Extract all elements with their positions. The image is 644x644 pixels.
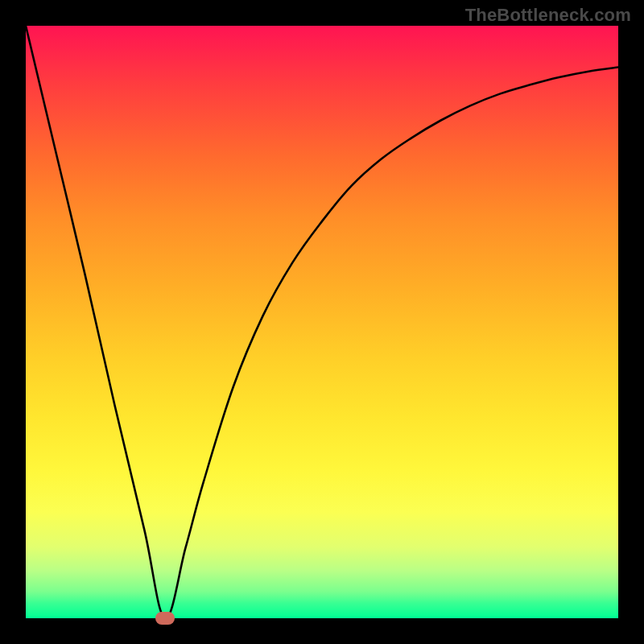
bottleneck-curve — [26, 26, 618, 618]
plot-area — [26, 26, 618, 618]
attribution-text: TheBottleneck.com — [465, 5, 631, 26]
chart-frame: TheBottleneck.com — [0, 0, 644, 644]
optimal-point-marker — [155, 612, 175, 625]
